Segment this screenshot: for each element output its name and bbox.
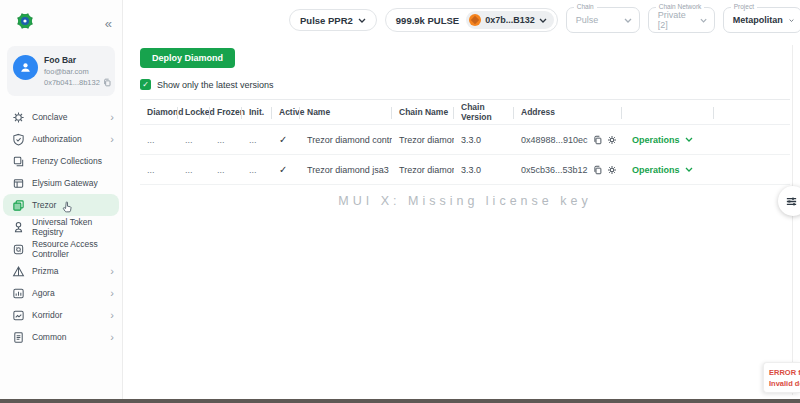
chain-network-select-label: Chain Network — [656, 4, 705, 11]
sidebar-nav: Conclave › Authorization › Frenzy Collec… — [0, 106, 122, 348]
column-header-frozen[interactable]: Frozen — [210, 100, 242, 124]
chevron-right-icon: › — [110, 266, 114, 277]
column-header-address[interactable]: Address — [514, 100, 622, 124]
sidebar-item-label: Elysium Gateway — [32, 178, 98, 188]
chevron-down-icon — [685, 137, 693, 142]
sidebar-item-conclave[interactable]: Conclave › — [0, 106, 122, 128]
error-toast: ERROR fo Invalid do — [763, 362, 800, 393]
gateway-icon — [12, 177, 25, 190]
trezor-boxes-icon — [12, 199, 25, 212]
chevron-right-icon: › — [110, 112, 114, 123]
chevron-right-icon: › — [110, 134, 114, 145]
scrollbar-track — [792, 45, 793, 395]
resource-controller-icon — [12, 243, 25, 256]
project-select-label: Project — [731, 4, 757, 11]
chevron-down-icon — [685, 167, 693, 172]
collections-icon — [12, 155, 25, 168]
column-header-active[interactable]: Active — [272, 100, 300, 124]
column-label: Chain Name — [399, 107, 448, 117]
sidebar-collapse-icon[interactable]: « — [105, 17, 112, 30]
checkbox-checked[interactable]: ✓ — [140, 79, 151, 90]
chain-network-select-value: Private [2] — [658, 10, 700, 30]
topbar: Pulse PPR2 999.9k PULSE 0x7b...B132 Chai… — [123, 0, 800, 40]
chevron-down-icon — [624, 18, 632, 23]
tune-icon — [785, 195, 798, 208]
gear-icon[interactable] — [607, 165, 617, 175]
token-balance: 999.9k PULSE — [396, 15, 459, 26]
settings-panel-toggle-button[interactable] — [778, 186, 800, 216]
chevron-down-icon — [358, 18, 366, 23]
sidebar-item-label: Prizma — [32, 266, 58, 276]
sidebar-item-elysium-gateway[interactable]: Elysium Gateway — [0, 172, 122, 194]
error-toast-line2: Invalid do — [769, 378, 800, 389]
column-header-init[interactable]: Init. — [242, 100, 272, 124]
sidebar-item-label: Agora — [32, 288, 55, 298]
active-check-icon: ✓ — [272, 164, 300, 175]
shield-icon — [12, 133, 25, 146]
column-header-diamond[interactable]: Diamond — [140, 100, 178, 124]
cell-name: Trezor diamond jsa3 — [300, 165, 392, 175]
chevron-right-icon: › — [110, 310, 114, 321]
sidebar-item-universal-token-registry[interactable]: Universal Token Registry — [0, 216, 122, 238]
network-selector-button[interactable]: Pulse PPR2 — [289, 9, 377, 31]
window-bottom-edge — [0, 399, 800, 403]
cell-locked: ... — [178, 135, 210, 145]
cell-locked: ... — [178, 165, 210, 175]
chain-select[interactable]: Chain Pulse — [566, 7, 640, 33]
sidebar-item-common[interactable]: Common › — [0, 326, 122, 348]
gear-icon[interactable] — [607, 135, 617, 145]
operations-button[interactable]: Operations — [622, 135, 714, 145]
sidebar-item-korridor[interactable]: Korridor › — [0, 304, 122, 326]
column-header-name[interactable]: Name — [300, 100, 392, 124]
chevron-down-icon — [539, 18, 547, 23]
deploy-diamond-button[interactable]: Deploy Diamond — [140, 48, 235, 68]
diamonds-table: Diamond Locked Frozen Init. Active Name … — [140, 99, 790, 185]
copy-icon[interactable] — [593, 135, 602, 145]
chevron-right-icon: › — [110, 332, 114, 343]
sidebar-item-authorization[interactable]: Authorization › — [0, 128, 122, 150]
column-header-chain-name[interactable]: Chain Name — [392, 100, 454, 124]
active-check-icon: ✓ — [272, 134, 300, 145]
wallet-account-button[interactable]: 0x7b...B132 — [466, 11, 554, 29]
user-avatar — [13, 55, 38, 80]
wallet-address-short: 0x7b...B132 — [485, 15, 535, 25]
token-registry-icon — [12, 221, 25, 234]
prism-icon — [12, 265, 25, 278]
project-select[interactable]: Project Metapolitan — [723, 7, 800, 33]
sidebar-item-label: Resource Access Controller — [32, 239, 114, 259]
sidebar-item-trezor[interactable]: Trezor — [3, 194, 119, 216]
copy-icon[interactable] — [103, 78, 111, 87]
filter-label: Show only the latest versions — [157, 80, 274, 90]
table-row[interactable]: ... ... ... ... ✓ Trezor diamond jsa3 Tr… — [140, 155, 790, 185]
cell-init: ... — [242, 135, 272, 145]
network-selector-label: Pulse PPR2 — [300, 15, 353, 26]
table-row[interactable]: ... ... ... ... ✓ Trezor diamond contrac… — [140, 125, 790, 155]
sidebar-item-agora[interactable]: Agora › — [0, 282, 122, 304]
operations-label: Operations — [632, 135, 680, 145]
sidebar-item-label: Authorization — [32, 134, 82, 144]
app-logo-gear-icon — [14, 10, 36, 36]
column-label: Address — [521, 107, 555, 117]
cell-frozen: ... — [210, 135, 242, 145]
sidebar-item-prizma[interactable]: Prizma › — [0, 260, 122, 282]
latest-versions-filter[interactable]: ✓ Show only the latest versions — [140, 79, 800, 90]
line-chart-icon — [12, 309, 25, 322]
sidebar-item-label: Conclave — [32, 112, 67, 122]
chain-select-label: Chain — [574, 4, 597, 11]
sidebar-item-resource-access-controller[interactable]: Resource Access Controller — [0, 238, 122, 260]
column-header-chain-version[interactable]: Chain Version — [454, 100, 514, 124]
cell-chain-name: Trezor diamond co... — [392, 135, 454, 145]
chevron-right-icon: › — [110, 288, 114, 299]
cell-diamond: ... — [140, 135, 178, 145]
sidebar: « Foo Bar foo@bar.com 0x7b041...8b132 — [0, 0, 123, 399]
sidebar-item-frenzy-collections[interactable]: Frenzy Collections — [0, 150, 122, 172]
chain-network-select[interactable]: Chain Network Private [2] — [648, 7, 715, 33]
user-name: Foo Bar — [44, 55, 109, 65]
column-header-locked[interactable]: Locked — [178, 100, 210, 124]
column-header-operations[interactable] — [622, 100, 714, 124]
main-content: Deploy Diamond ✓ Show only the latest ve… — [123, 40, 800, 396]
copy-icon[interactable] — [593, 165, 602, 175]
operations-button[interactable]: Operations — [622, 165, 714, 175]
sidebar-item-label: Korridor — [32, 310, 62, 320]
cell-address: 0x48988...910ec — [521, 135, 588, 145]
